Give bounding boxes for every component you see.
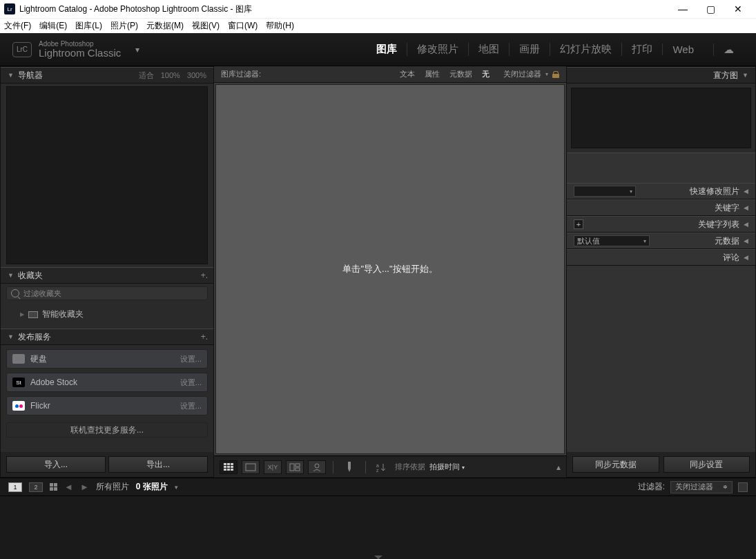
add-collection-icon[interactable]: +. xyxy=(201,271,208,280)
preset-select[interactable] xyxy=(574,186,636,197)
svg-rect-11 xyxy=(295,464,300,467)
svg-rect-14 xyxy=(348,462,351,469)
collapse-icon: ▼ xyxy=(8,72,14,79)
collections-header[interactable]: ▼ 收藏夹 +. xyxy=(1,267,213,284)
breadcrumb-menu-icon[interactable]: ▾ xyxy=(175,484,178,491)
minimize-button[interactable]: — xyxy=(669,0,697,18)
sort-value-dropdown[interactable]: 拍摄时间 ▾ xyxy=(429,462,465,472)
empty-state-message: 单击"导入..."按钮开始。 xyxy=(342,263,437,275)
filter-flag-icon[interactable] xyxy=(738,482,748,492)
zoom-100[interactable]: 100% xyxy=(161,71,180,79)
module-slideshow[interactable]: 幻灯片放映 xyxy=(550,43,621,56)
module-web[interactable]: Web xyxy=(662,43,704,55)
breadcrumb-source[interactable]: 所有照片 xyxy=(96,481,129,493)
module-map[interactable]: 地图 xyxy=(468,43,509,56)
collapse-icon: ▼ xyxy=(8,272,14,279)
svg-rect-2 xyxy=(231,463,233,465)
sync-metadata-button[interactable]: 同步元数据 xyxy=(572,456,659,473)
grid-toggle-icon[interactable] xyxy=(50,483,57,491)
quick-develop-header[interactable]: 快速修改照片 ◀ xyxy=(567,183,755,199)
menubar: 文件(F) 编辑(E) 图库(L) 照片(P) 元数据(M) 视图(V) 窗口(… xyxy=(0,18,756,33)
grid-view-icon[interactable] xyxy=(220,460,238,474)
svg-point-13 xyxy=(315,464,319,468)
people-view-icon[interactable] xyxy=(308,460,326,474)
navigator-preview[interactable] xyxy=(6,86,208,264)
keyword-list-header[interactable]: + 关键字列表 ◀ xyxy=(567,216,755,233)
primary-monitor-icon[interactable]: 1 xyxy=(8,482,22,492)
collapse-icon: ◀ xyxy=(744,221,748,228)
sync-settings-button[interactable]: 同步设置 xyxy=(663,456,750,473)
photo-viewport[interactable]: 单击"导入..."按钮开始。 xyxy=(215,84,565,454)
svg-rect-8 xyxy=(231,469,233,471)
module-book[interactable]: 画册 xyxy=(509,43,550,56)
search-icon xyxy=(11,289,19,297)
svg-text:z: z xyxy=(376,468,379,472)
navigator-header[interactable]: ▼ 导航器 适合 100% 300% xyxy=(1,67,213,84)
filter-none[interactable]: 无 xyxy=(482,69,490,79)
collapse-icon: ▼ xyxy=(8,333,14,340)
metadata-header[interactable]: 默认值 元数据 ◀ xyxy=(567,233,755,249)
publish-header[interactable]: ▼ 发布服务 +. xyxy=(1,328,213,345)
sort-direction-icon[interactable]: az xyxy=(373,460,391,474)
sort-label: 排序依据 xyxy=(395,462,425,472)
svg-rect-3 xyxy=(224,466,226,468)
export-button[interactable]: 导出... xyxy=(108,456,208,473)
filter-metadata[interactable]: 元数据 xyxy=(449,69,472,79)
histogram-header[interactable]: 直方图 ▼ xyxy=(567,67,755,84)
filter-text[interactable]: 文本 xyxy=(400,69,415,79)
chevron-down-icon: ▾ xyxy=(545,71,548,77)
module-print[interactable]: 打印 xyxy=(621,43,662,56)
metadata-preset-select[interactable]: 默认值 xyxy=(574,235,650,246)
menu-file[interactable]: 文件(F) xyxy=(4,20,31,32)
identity-plate-menu-icon[interactable]: ▾ xyxy=(133,46,142,54)
window-title: Lightroom Catalog - Adobe Photoshop Ligh… xyxy=(19,3,252,15)
loupe-view-icon[interactable] xyxy=(242,460,260,474)
maximize-button[interactable]: ▢ xyxy=(697,0,724,18)
publish-setup-link[interactable]: 设置... xyxy=(180,377,202,388)
cloud-sync-icon[interactable]: ☁ xyxy=(713,43,744,56)
publish-harddrive[interactable]: 硬盘 设置... xyxy=(6,349,208,369)
toolbar-expand-icon[interactable]: ▴ xyxy=(556,462,561,472)
module-develop[interactable]: 修改照片 xyxy=(407,43,468,56)
filter-attribute[interactable]: 属性 xyxy=(425,69,440,79)
menu-metadata[interactable]: 元数据(M) xyxy=(146,20,184,32)
close-button[interactable]: ✕ xyxy=(724,0,752,18)
publish-flickr[interactable]: Flickr 设置... xyxy=(6,396,208,415)
module-library[interactable]: 图库 xyxy=(367,43,407,56)
collections-filter-input[interactable]: 过滤收藏夹 xyxy=(6,286,208,300)
menu-view[interactable]: 视图(V) xyxy=(192,20,220,32)
logo-icon: LrC xyxy=(12,42,32,57)
keywords-header[interactable]: 关键字 ◀ xyxy=(567,199,755,216)
menu-edit[interactable]: 编辑(E) xyxy=(39,20,67,32)
menu-library[interactable]: 图库(L) xyxy=(75,20,102,32)
compare-view-icon[interactable]: X|Y xyxy=(264,460,282,474)
histogram-display[interactable] xyxy=(571,88,751,148)
menu-window[interactable]: 窗口(W) xyxy=(228,20,258,32)
publish-setup-link[interactable]: 设置... xyxy=(180,401,202,411)
zoom-fit[interactable]: 适合 xyxy=(139,70,154,81)
add-publish-icon[interactable]: +. xyxy=(201,332,208,342)
zoom-300[interactable]: 300% xyxy=(187,71,206,79)
collapse-icon: ◀ xyxy=(744,188,748,195)
publish-adobestock[interactable]: St Adobe Stock 设置... xyxy=(6,373,208,392)
menu-photo[interactable]: 照片(P) xyxy=(110,20,138,32)
nav-back-icon[interactable]: ◄ xyxy=(64,482,73,492)
find-more-services-button[interactable]: 联机查找更多服务... xyxy=(6,422,208,438)
menu-help[interactable]: 帮助(H) xyxy=(266,20,294,32)
svg-rect-5 xyxy=(231,466,233,468)
comments-header[interactable]: 评论 ◀ xyxy=(567,249,755,266)
survey-view-icon[interactable] xyxy=(286,460,304,474)
add-keyword-icon[interactable]: + xyxy=(574,219,583,229)
close-filter-dropdown[interactable]: 关闭过滤器 xyxy=(503,69,541,79)
nav-forward-icon[interactable]: ► xyxy=(80,482,89,492)
smart-collections-item[interactable]: ▶ 智能收藏夹 xyxy=(6,306,208,323)
right-panel: 直方图 ▼ 快速修改照片 ◀ 关键字 ◀ + 关键字列表 ◀ 默认值 元数据 xyxy=(566,66,756,478)
painter-tool-icon[interactable] xyxy=(340,460,358,474)
publish-setup-link[interactable]: 设置... xyxy=(180,354,202,364)
import-button[interactable]: 导入... xyxy=(6,456,106,473)
window-titlebar: Lr Lightroom Catalog - Adobe Photoshop L… xyxy=(0,0,756,18)
secondary-monitor-icon[interactable]: 2 xyxy=(29,482,43,492)
filmstrip[interactable] xyxy=(0,496,756,559)
lock-icon[interactable] xyxy=(552,71,559,78)
filmstrip-filter-select[interactable]: 关闭过滤器≑ xyxy=(670,481,733,493)
